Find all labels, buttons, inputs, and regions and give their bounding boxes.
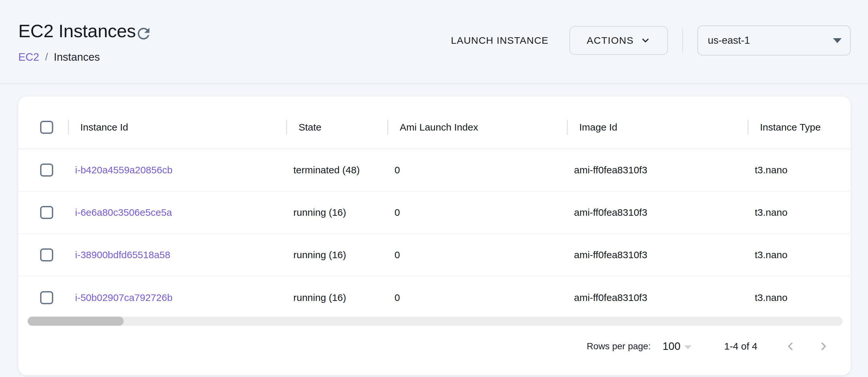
cell-instance-type: t3.nano <box>748 277 851 319</box>
cell-image-id: ami-ff0fea8310f3 <box>567 149 748 191</box>
row-checkbox-cell <box>18 234 68 276</box>
actions-button-label: ACTIONS <box>587 35 634 46</box>
actions-button[interactable]: ACTIONS <box>569 26 668 55</box>
toolbar-divider <box>682 28 683 53</box>
breadcrumb-current: Instances <box>54 51 100 63</box>
row-checkbox[interactable] <box>40 291 53 304</box>
rows-per-page-select[interactable]: 100 <box>662 340 691 352</box>
pagination: Rows per page: 100 1-4 of 4 <box>587 338 829 354</box>
region-select-value: us-east-1 <box>708 35 750 46</box>
row-checkbox[interactable] <box>40 163 53 177</box>
column-header: Ami Launch Index <box>388 97 567 149</box>
cell-instance-type: t3.nano <box>748 149 851 191</box>
horizontal-scrollbar-thumb[interactable] <box>28 317 124 326</box>
table-row: i-38900bdfd65518a58 running (16) 0 ami-f… <box>18 234 851 277</box>
launch-instance-button[interactable]: LAUNCH INSTANCE <box>451 35 549 46</box>
cell-instance-id: i-38900bdfd65518a58 <box>68 234 286 276</box>
region-select[interactable]: us-east-1 <box>698 26 851 56</box>
column-header: Instance Type <box>748 97 851 149</box>
row-checkbox-cell <box>18 149 68 191</box>
breadcrumb: EC2 / Instances <box>18 51 100 63</box>
cell-image-id: ami-ff0fea8310f3 <box>567 277 748 319</box>
instance-id-link[interactable]: i-38900bdfd65518a58 <box>75 249 170 260</box>
cell-ami-launch-index: 0 <box>388 277 567 319</box>
table-header-row: Instance IdStateAmi Launch IndexImage Id… <box>18 97 851 149</box>
cell-image-id: ami-ff0fea8310f3 <box>567 234 748 276</box>
cell-state: running (16) <box>286 277 388 319</box>
column-header: Instance Id <box>68 97 286 149</box>
chevron-left-icon <box>785 340 797 352</box>
refresh-button[interactable] <box>134 25 153 43</box>
row-checkbox-cell <box>18 277 68 319</box>
pagination-range-label: 1-4 of 4 <box>724 341 757 352</box>
next-page-button[interactable] <box>817 340 829 352</box>
refresh-icon <box>135 38 152 43</box>
toolbar: LAUNCH INSTANCE ACTIONS us-east-1 <box>451 26 851 56</box>
ec2-instances-page: EC2 Instances EC2 / Instances LAUNCH INS… <box>0 0 868 377</box>
column-header: Image Id <box>567 97 748 149</box>
instances-table-card: Instance IdStateAmi Launch IndexImage Id… <box>18 97 851 375</box>
breadcrumb-ec2-link[interactable]: EC2 <box>18 51 39 63</box>
rows-per-page-label: Rows per page: <box>587 341 651 351</box>
cell-ami-launch-index: 0 <box>388 234 567 276</box>
breadcrumb-separator: / <box>45 51 48 63</box>
horizontal-scrollbar-track[interactable] <box>28 317 842 326</box>
cell-instance-id: i-50b02907ca792726b <box>68 277 286 319</box>
cell-instance-type: t3.nano <box>748 234 851 276</box>
instance-id-link[interactable]: i-50b02907ca792726b <box>75 292 173 303</box>
cell-state: terminated (48) <box>286 149 388 191</box>
chevron-right-icon <box>817 340 829 352</box>
row-checkbox[interactable] <box>40 248 53 261</box>
chevron-down-icon <box>640 35 651 46</box>
cell-state: running (16) <box>286 234 388 276</box>
rows-per-page-value: 100 <box>662 340 680 352</box>
instance-id-link[interactable]: i-6e6a80c3506e5ce5a <box>75 207 172 218</box>
table-row: i-b420a4559a20856cb terminated (48) 0 am… <box>18 149 851 192</box>
cell-image-id: ami-ff0fea8310f3 <box>567 192 748 233</box>
cell-ami-launch-index: 0 <box>388 149 567 191</box>
cell-instance-id: i-6e6a80c3506e5ce5a <box>68 192 286 233</box>
row-checkbox-cell <box>18 192 68 233</box>
caret-down-icon <box>833 38 842 43</box>
table-body: i-b420a4559a20856cb terminated (48) 0 am… <box>18 149 851 319</box>
cell-state: running (16) <box>286 192 388 233</box>
select-all-checkbox[interactable] <box>40 121 53 134</box>
header-divider <box>0 83 868 84</box>
table-row: i-50b02907ca792726b running (16) 0 ami-f… <box>18 277 851 319</box>
table-row: i-6e6a80c3506e5ce5a running (16) 0 ami-f… <box>18 192 851 234</box>
instance-id-link[interactable]: i-b420a4559a20856cb <box>75 164 173 176</box>
cell-ami-launch-index: 0 <box>388 192 567 233</box>
column-header: State <box>286 97 388 149</box>
table-header-checkbox-cell <box>18 97 68 149</box>
previous-page-button[interactable] <box>785 340 797 352</box>
cell-instance-id: i-b420a4559a20856cb <box>68 149 286 191</box>
page-title: EC2 Instances <box>18 21 136 41</box>
cell-instance-type: t3.nano <box>748 192 851 233</box>
row-checkbox[interactable] <box>40 206 53 219</box>
caret-down-icon <box>684 345 691 349</box>
